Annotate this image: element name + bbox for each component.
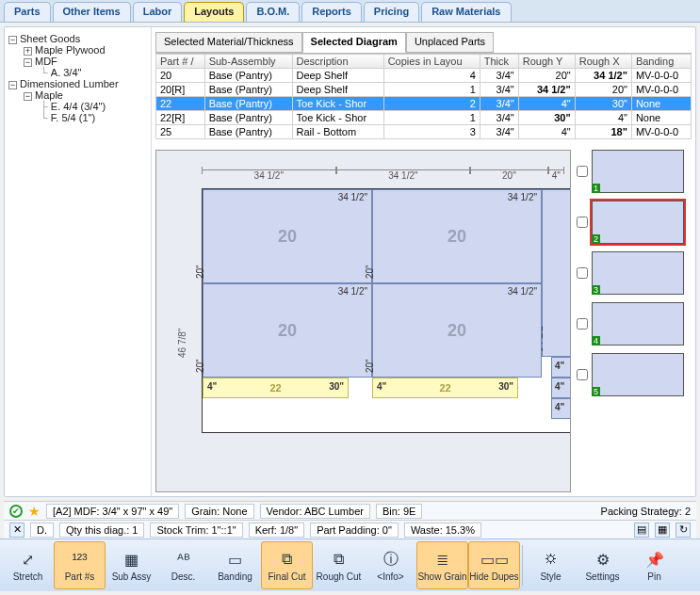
- col-header[interactable]: Thick: [480, 55, 518, 69]
- toolbar-pin-button[interactable]: 📌Pin: [628, 541, 680, 589]
- desc--icon: ᴬᴮ: [173, 549, 194, 570]
- tree-mdf[interactable]: −MDF: [8, 56, 147, 67]
- table-row[interactable]: 22[R]Base (Pantry)Toe Kick - Shor13/4"30…: [156, 111, 692, 125]
- toolbar--info--button[interactable]: ⓘ<Info>: [365, 541, 416, 589]
- toolbar-label: Part #s: [65, 571, 95, 582]
- top-tab-b-o-m-[interactable]: B.O.M.: [246, 2, 300, 22]
- thumb-checkbox[interactable]: [577, 166, 588, 177]
- top-tab-parts[interactable]: Parts: [4, 2, 51, 22]
- layout-thumb-2[interactable]: 2: [577, 201, 692, 244]
- tree-maple-e[interactable]: ├E. 4/4 (3/4"): [8, 101, 147, 112]
- main-pane: −Sheet Goods +Maple Plywood −MDF └A. 3/4…: [4, 26, 696, 497]
- table-row[interactable]: 20[R]Base (Pantry)Deep Shelf13/4"34 1/2"…: [156, 83, 692, 97]
- col-header[interactable]: Part # /: [156, 55, 205, 69]
- tree-mdf-a[interactable]: └A. 3/4": [8, 67, 147, 78]
- layout-piece-20[interactable]: 2034 1/2"20": [372, 283, 542, 378]
- toolbar-banding-button[interactable]: ▭Banding: [209, 541, 261, 589]
- layout-mode-1-button[interactable]: ▤: [634, 523, 649, 538]
- layout-piece-25[interactable]: 2518"4": [551, 398, 571, 419]
- layout-thumb-5[interactable]: 5: [577, 353, 692, 396]
- minus-icon[interactable]: −: [8, 36, 17, 44]
- tree-dimensioned[interactable]: −Dimensioned Lumber: [8, 78, 147, 89]
- toolbar-sub-assy-button[interactable]: ▦Sub Assy: [106, 541, 157, 589]
- top-tab-other-items[interactable]: Other Items: [53, 2, 131, 22]
- layout-piece-20[interactable]: 2034 1/2"20": [203, 283, 372, 378]
- -info--icon: ⓘ: [381, 549, 401, 570]
- layout-thumb-3[interactable]: 3: [577, 251, 692, 295]
- toolbar-stretch-button[interactable]: ⤢Stretch: [2, 541, 54, 589]
- inner-tab-unplaced-parts[interactable]: Unplaced Parts: [406, 32, 494, 53]
- layout-piece-22[interactable]: 2230"4": [372, 378, 518, 398]
- refresh-button[interactable]: ↻: [676, 523, 691, 538]
- layout-mode-2-button[interactable]: ▦: [655, 523, 670, 538]
- layout-piece-20[interactable]: 2020"34 1/2": [542, 189, 571, 357]
- top-tab-reports[interactable]: Reports: [301, 2, 362, 22]
- thumb-checkbox[interactable]: [577, 318, 588, 330]
- table-row[interactable]: 25Base (Pantry)Rail - Bottom33/4"4"18"MV…: [156, 125, 692, 139]
- toolbar-label: <Info>: [377, 571, 403, 582]
- cut-layout-board[interactable]: 2034 1/2"20"2034 1/2"20"2020"34 1/2"224"…: [202, 188, 571, 433]
- thumb-checkbox[interactable]: [577, 217, 588, 228]
- packing-label: Packing Strategy: 2: [601, 506, 691, 517]
- table-row[interactable]: 22Base (Pantry)Toe Kick - Shor23/4"4"30"…: [156, 97, 692, 111]
- parts-grid-wrap: Part # /Sub-AssemblyDescriptionCopies in…: [152, 54, 695, 146]
- tree-label: F. 5/4 (1"): [51, 112, 95, 123]
- layout-thumb-1[interactable]: 1: [577, 150, 692, 193]
- toolbar-part-s-button[interactable]: ¹²³Part #s: [54, 541, 106, 589]
- layout-piece-25[interactable]: 2518"4": [551, 378, 571, 398]
- toolbar-label: Sub Assy: [112, 571, 152, 582]
- board-panel[interactable]: 34 1/2"34 1/2"20"4" 46 7/8" 2034 1/2"20"…: [155, 150, 571, 492]
- layout-piece-20[interactable]: 2034 1/2"20": [372, 189, 542, 283]
- toolbar-final-cut-button[interactable]: ⧉Final Cut: [261, 541, 313, 589]
- top-tab-raw-materials[interactable]: Raw Materials: [421, 2, 511, 22]
- minus-icon[interactable]: −: [24, 58, 32, 67]
- thumb-checkbox[interactable]: [577, 267, 588, 279]
- layout-thumb-4[interactable]: 4: [577, 302, 692, 346]
- top-tab-layouts[interactable]: Layouts: [184, 2, 244, 22]
- d-label[interactable]: D.: [30, 523, 54, 538]
- toolbar-label: Show Grain: [417, 571, 466, 582]
- minus-icon[interactable]: −: [24, 92, 32, 101]
- hide-dupes-icon: ▭▭: [484, 549, 505, 570]
- layout-piece-22[interactable]: 2230"4": [203, 378, 349, 398]
- top-tab-pricing[interactable]: Pricing: [364, 2, 419, 22]
- tree-maple-plywood[interactable]: +Maple Plywood: [8, 44, 147, 56]
- col-header[interactable]: Description: [292, 55, 383, 69]
- inner-tab-selected-diagram[interactable]: Selected Diagram: [302, 32, 406, 53]
- style-icon: ⛭: [541, 549, 562, 570]
- layout-piece-20[interactable]: 2034 1/2"20": [203, 189, 372, 283]
- layout-piece-25[interactable]: 2518"4": [551, 357, 571, 378]
- star-icon[interactable]: ★: [28, 504, 41, 519]
- parts-grid[interactable]: Part # /Sub-AssemblyDescriptionCopies in…: [155, 54, 692, 139]
- minus-icon[interactable]: −: [8, 81, 17, 89]
- toolbar-show-grain-button[interactable]: ≣Show Grain: [416, 541, 468, 589]
- col-header[interactable]: Copies in Layou: [383, 55, 480, 69]
- col-header[interactable]: Banding: [631, 55, 691, 69]
- tree-sheet-goods[interactable]: −Sheet Goods: [8, 33, 147, 44]
- thumb-checkbox[interactable]: [577, 369, 588, 380]
- delete-button[interactable]: ✕: [9, 523, 24, 538]
- toolbar-settings-button[interactable]: ⚙Settings: [577, 541, 628, 589]
- tree-maple[interactable]: −Maple: [8, 89, 147, 101]
- toolbar-desc--button[interactable]: ᴬᴮDesc.: [157, 541, 209, 589]
- waste-info: Waste: 15.3%: [404, 523, 481, 538]
- toolbar-label: Style: [540, 571, 561, 582]
- plus-icon[interactable]: +: [24, 47, 32, 56]
- toolbar-hide-dupes-button[interactable]: ▭▭Hide Dupes: [468, 541, 520, 589]
- rough-cut-icon: ⧉: [329, 549, 350, 570]
- settings-icon: ⚙: [593, 549, 613, 570]
- toolbar-rough-cut-button[interactable]: ⧉Rough Cut: [313, 541, 365, 589]
- toolbar-label: Final Cut: [268, 571, 305, 582]
- inner-tab-selected-material-thickness[interactable]: Selected Material/Thickness: [155, 32, 302, 53]
- col-header[interactable]: Sub-Assembly: [204, 55, 292, 69]
- toolbar-label: Settings: [585, 571, 619, 582]
- stock-trim-info: Stock Trim: 1"::1": [150, 523, 242, 538]
- toolbar-style-button[interactable]: ⛭Style: [525, 541, 577, 589]
- table-row[interactable]: 20Base (Pantry)Deep Shelf43/4"20"34 1/2"…: [156, 69, 692, 83]
- col-header[interactable]: Rough Y: [518, 55, 575, 69]
- ruler-left-label: 46 7/8": [177, 329, 187, 358]
- tree-label: Maple: [35, 89, 63, 101]
- col-header[interactable]: Rough X: [575, 55, 631, 69]
- tree-maple-f[interactable]: └F. 5/4 (1"): [8, 112, 147, 123]
- top-tab-labor[interactable]: Labor: [133, 2, 183, 22]
